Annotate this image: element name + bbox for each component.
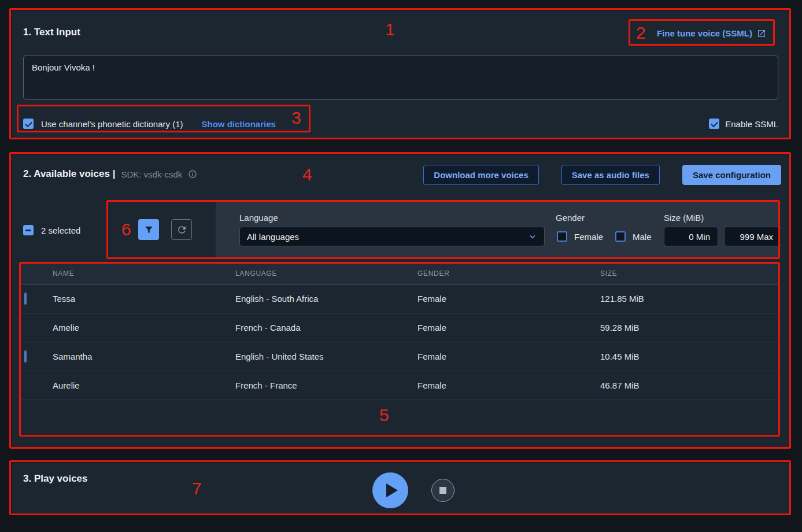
info-icon[interactable] (188, 169, 197, 179)
female-label: Female (574, 232, 603, 242)
dictionary-options-row: Use channel's phonetic dictionary (1) Sh… (23, 113, 778, 134)
voices-header: 2. Available voices | SDK: vsdk-csdk (23, 168, 197, 180)
voices-actions: Download more voices Save as audio files… (423, 165, 781, 185)
voice-size: 46.87 MiB (600, 380, 780, 390)
table-row[interactable]: Samantha English - United States Female … (19, 342, 780, 371)
voice-size: 10.45 MiB (600, 352, 780, 361)
male-checkbox[interactable] (615, 231, 626, 242)
column-header-size: SIZE (600, 269, 780, 278)
save-as-audio-files-button[interactable]: Save as audio files (561, 165, 660, 185)
voice-size: 121.85 MiB (600, 294, 780, 304)
save-configuration-button[interactable]: Save configuration (682, 165, 781, 185)
table-row[interactable]: Tessa English - South Africa Female 121.… (19, 285, 780, 313)
table-row[interactable]: Aurelie French - France Female 46.87 MiB (19, 371, 780, 400)
row-checkbox[interactable] (24, 293, 27, 305)
gender-female-option: Female (557, 231, 603, 242)
show-dictionaries-link[interactable]: Show dictionaries (202, 119, 276, 129)
enable-ssml-checkbox[interactable] (709, 119, 719, 129)
text-input-section: 1. Text Input Fine tune voice (SSML) Bon… (12, 10, 791, 138)
download-more-voices-button[interactable]: Download more voices (423, 165, 538, 185)
text-to-speak-input[interactable]: Bonjour Vivoka ! (23, 55, 778, 100)
tts-configuration-page: 1. Text Input Fine tune voice (SSML) Bon… (0, 0, 802, 532)
chevron-down-icon (528, 232, 537, 241)
refresh-icon (176, 224, 187, 235)
voice-name: Tessa (53, 294, 235, 304)
column-header-name: NAME (53, 269, 235, 278)
fine-tune-voice-link[interactable]: Fine tune voice (SSML) (657, 28, 766, 38)
voice-language: French - France (235, 380, 417, 390)
enable-ssml-label: Enable SSML (725, 119, 778, 129)
column-header-gender: GENDER (417, 269, 600, 278)
filter-funnel-icon (144, 225, 154, 235)
row-checkbox[interactable] (24, 350, 27, 363)
available-voices-section: 2. Available voices | SDK: vsdk-csdk Dow… (12, 154, 791, 447)
voices-table: NAME LANGUAGE GENDER SIZE Tessa English … (19, 263, 780, 437)
language-select-value: All languages (247, 232, 299, 242)
selected-count-label: 2 selected (41, 226, 80, 235)
external-link-icon (757, 29, 766, 38)
gender-male-option: Male (615, 231, 652, 242)
column-header-language: LANGUAGE (235, 269, 417, 278)
voice-name: Aurelie (53, 380, 235, 390)
male-label: Male (633, 232, 652, 242)
phonetic-dictionary-label: Use channel's phonetic dictionary (1) (41, 119, 183, 129)
fine-tune-voice-label: Fine tune voice (SSML) (657, 28, 752, 38)
voice-gender: Female (417, 352, 600, 361)
sdk-label: SDK: vsdk-csdk (121, 169, 182, 179)
stop-button[interactable] (431, 479, 454, 502)
voice-name: Amelie (53, 323, 235, 332)
voice-size: 59.28 MiB (600, 323, 780, 332)
gender-filter-label: Gender (556, 213, 585, 223)
phonetic-dictionary-checkbox[interactable] (23, 119, 34, 129)
size-min-input[interactable]: 0 Min (664, 227, 718, 246)
stop-icon (439, 487, 446, 494)
size-filter-label: Size (MiB) (664, 213, 704, 223)
voice-name: Samantha (53, 352, 235, 361)
voice-gender: Female (417, 380, 600, 390)
voice-gender: Female (417, 294, 600, 304)
play-voices-title: 3. Play voices (23, 473, 88, 485)
filter-button[interactable] (138, 219, 159, 240)
size-max-input[interactable]: 999 Max (724, 227, 781, 246)
filter-panel: Language All languages Gender Female Mal… (216, 201, 780, 259)
voice-language: English - South Africa (235, 294, 417, 304)
selected-count-group: 2 selected (23, 225, 80, 235)
text-input-title: 1. Text Input (23, 27, 80, 38)
voice-gender: Female (417, 323, 600, 332)
language-select[interactable]: All languages (239, 227, 545, 246)
female-checkbox[interactable] (557, 231, 567, 242)
table-row[interactable]: Amelie French - Canada Female 59.28 MiB (19, 313, 780, 342)
voices-title: 2. Available voices | (23, 168, 115, 180)
play-button[interactable] (372, 472, 408, 508)
language-filter-label: Language (239, 213, 278, 223)
refresh-button[interactable] (171, 219, 192, 240)
play-voices-section: 3. Play voices (12, 463, 791, 513)
voices-table-header: NAME LANGUAGE GENDER SIZE (19, 263, 780, 285)
voice-language: English - United States (235, 352, 417, 361)
select-all-checkbox[interactable] (23, 225, 34, 235)
play-icon (386, 483, 398, 497)
voice-language: French - Canada (235, 323, 417, 332)
